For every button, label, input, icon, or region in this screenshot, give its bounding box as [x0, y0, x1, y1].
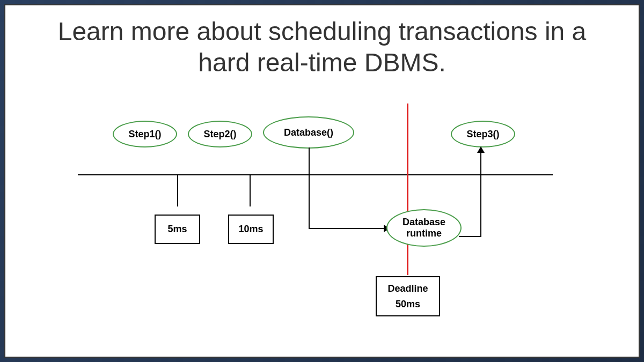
node-step2: Step2() [188, 121, 252, 147]
node-step2-label: Step2() [203, 129, 236, 140]
connector-database-to-runtime [309, 228, 386, 229]
deadline-value: 50ms [396, 297, 420, 312]
node-step3-label: Step3() [466, 129, 499, 140]
node-step1-label: Step1() [128, 129, 161, 140]
tick-step2 [250, 174, 251, 206]
slide-frame: Learn more about scheduling transactions… [4, 4, 640, 358]
tick-step1 [177, 174, 178, 206]
duration-step1: 5ms [155, 215, 200, 244]
duration-step2-label: 10ms [238, 224, 263, 235]
node-step3: Step3() [451, 121, 515, 147]
node-runtime: Database runtime [386, 209, 462, 247]
connector-runtime-to-step3 [480, 147, 481, 237]
node-database-label: Database() [284, 127, 333, 138]
timeline-axis [78, 174, 553, 175]
deadline-label: Deadline [387, 281, 428, 297]
slide-title: Learn more about scheduling transactions… [32, 16, 612, 78]
node-database: Database() [263, 116, 354, 149]
node-runtime-label-1: Database [402, 217, 445, 228]
duration-step2: 10ms [228, 215, 274, 244]
node-runtime-label-2: runtime [402, 228, 445, 240]
duration-step1-label: 5ms [167, 224, 187, 235]
node-step1: Step1() [113, 121, 177, 147]
arrowhead-to-step3 [477, 146, 485, 153]
deadline-box: Deadline 50ms [376, 276, 440, 316]
deadline-marker-line [407, 104, 408, 275]
connector-runtime-h [459, 236, 480, 237]
timeline-diagram: Step1() Step2() Database() Step3() 5ms 1… [32, 110, 612, 324]
connector-database-down [309, 147, 310, 228]
